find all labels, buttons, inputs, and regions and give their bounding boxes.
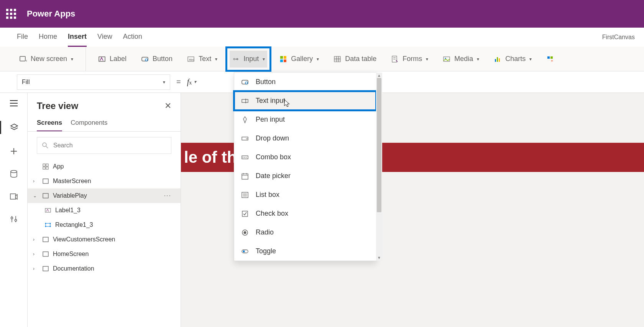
menu-file[interactable]: File [17,28,28,47]
svg-rect-62 [242,137,248,140]
menu-action[interactable]: Action [123,28,142,47]
dropdown-item-button[interactable]: Button [234,73,376,91]
svg-text:Abc: Abc [189,58,194,61]
dropdown-item-combo-box[interactable]: Combo box [234,148,376,167]
rectangle-node-icon [44,221,51,228]
mouse-cursor [284,99,291,109]
rail-media[interactable] [10,192,18,202]
dropdown-icon [241,135,249,142]
hamburger-icon[interactable] [10,100,18,108]
expand-icon[interactable]: › [33,178,38,184]
svg-rect-55 [43,237,48,242]
chevron-down-icon: ▾ [529,56,532,62]
label-icon [98,55,106,63]
rail-tools[interactable] [10,215,18,225]
tree-node-homescreen[interactable]: › HomeScreen [28,247,181,261]
dropdown-item-drop-down[interactable]: Drop down [234,129,376,148]
svg-point-4 [145,59,148,61]
gallery-button[interactable]: Gallery ▾ [277,51,321,68]
toggle-icon [241,248,249,255]
layers-icon [10,123,18,132]
text-button[interactable]: Abc Text ▾ [185,51,220,68]
data-table-button[interactable]: Data table [331,51,379,68]
tree-node-variableplay[interactable]: ⌄ VariablePlay ··· [28,188,181,203]
app-name: FirstCanvas [602,34,635,41]
menu-home[interactable]: Home [39,28,57,47]
svg-rect-75 [242,211,248,216]
text-icon: Abc [187,55,195,63]
dropdown-item-list-box[interactable]: List box [234,185,376,204]
scroll-up-icon[interactable]: ▲ [377,73,381,78]
more-controls-button[interactable]: + [544,51,556,68]
text-input-icon [241,97,249,105]
svg-rect-13 [284,59,286,62]
svg-rect-25 [497,57,498,62]
search-input[interactable] [53,142,166,149]
svg-rect-57 [43,266,48,271]
screen-icon [42,236,49,243]
listbox-icon [241,191,249,199]
media-button[interactable]: Media ▾ [440,51,481,68]
menu-bar: File Home Insert View Action FirstCanvas [0,28,644,47]
dropdown-item-date-picker[interactable]: Date picker [234,167,376,185]
tab-screens[interactable]: Screens [37,116,62,131]
dropdown-item-check-box[interactable]: Check box [234,204,376,223]
plus-icon [10,147,18,155]
calendar-icon [241,172,249,180]
input-button[interactable]: Input ▾ [230,51,267,68]
dropdown-item-pen-input[interactable]: Pen input [234,110,376,129]
forms-button[interactable]: Forms ▾ [389,51,430,68]
dropdown-scrollbar[interactable]: ▲ ▼ [376,73,382,261]
app-launcher-icon[interactable] [6,9,16,19]
search-box[interactable] [37,137,171,154]
svg-rect-43 [43,164,45,166]
left-rail [0,93,28,327]
label-button[interactable]: Label [96,51,129,68]
tree-node-viewcustomersscreen[interactable]: › ViewCustomersScreen [28,232,181,247]
tree-node-rectangle1-3[interactable]: Rectangle1_3 [28,218,181,232]
scrollbar-thumb[interactable] [377,78,381,212]
expand-icon[interactable]: › [33,266,38,271]
collapse-icon[interactable]: ⌄ [33,193,38,198]
fx-button[interactable]: fx ▾ [187,78,197,86]
rail-insert[interactable] [10,147,18,157]
svg-point-59 [245,82,248,84]
dropdown-item-radio[interactable]: Radio [234,223,376,242]
app-icon [42,163,49,170]
svg-rect-45 [43,167,45,169]
svg-rect-2 [99,57,105,61]
expand-icon[interactable]: › [33,237,38,242]
tree-node-documentation[interactable]: › Documentation [28,261,181,276]
more-button[interactable]: ··· [164,192,171,199]
close-panel-button[interactable]: ✕ [164,101,171,111]
data-table-icon [334,55,341,63]
rail-tree-view[interactable] [0,121,27,134]
svg-text:+: + [551,59,553,63]
expand-icon[interactable]: › [33,251,38,257]
tree-view-panel: Tree view ✕ Screens Components App › Mas… [28,93,181,327]
tree-node-app[interactable]: App [28,159,181,174]
chevron-down-icon: ▾ [426,56,428,62]
svg-point-53 [45,226,46,227]
button-button[interactable]: Button [139,51,175,68]
new-screen-button[interactable]: + New screen ▾ [17,51,76,68]
svg-point-65 [244,157,245,158]
button-icon [141,55,149,63]
menu-insert[interactable]: Insert [68,28,87,47]
dropdown-item-text-input[interactable]: Text input [234,91,376,110]
svg-point-66 [246,157,246,158]
rail-data[interactable] [10,170,18,179]
tree-node-masterscreen[interactable]: › MasterScreen [28,174,181,188]
menu-view[interactable]: View [97,28,112,47]
chevron-down-icon: ▾ [71,56,73,62]
tree-node-label1-3[interactable]: Label1_3 [28,203,181,218]
charts-icon [494,55,501,63]
charts-button[interactable]: Charts ▾ [491,51,534,68]
property-select[interactable]: Fill ▾ [17,74,170,90]
svg-rect-24 [495,59,496,62]
input-icon [232,55,240,63]
scroll-down-icon[interactable]: ▼ [377,256,381,260]
svg-point-38 [11,217,13,219]
dropdown-item-toggle[interactable]: Toggle [234,242,376,261]
tab-components[interactable]: Components [71,116,107,131]
